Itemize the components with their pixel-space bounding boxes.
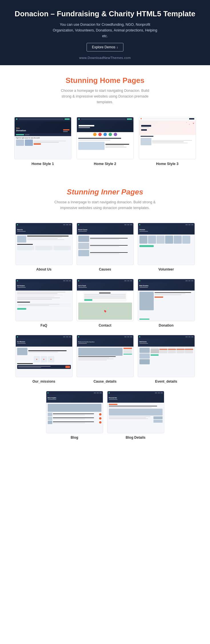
inner-section-desc: Choose a Innerpage to start navigating d… [52, 199, 158, 211]
blog-details-card[interactable]: Personal Info [107, 391, 164, 440]
hero-description: You can use Donacion for Crowdfunding, N… [51, 22, 159, 39]
our-missions-preview: Our Missions ▶ ▶ ▶ [15, 335, 73, 377]
logo-dot2 [78, 118, 80, 120]
event-details-preview: Held Events [138, 335, 195, 377]
inner-cards-row4: News Insights [0, 388, 210, 451]
home-style-1-label: Home Style 1 [31, 162, 54, 166]
volunteer-label: Volunteer [158, 267, 174, 271]
about-us-card[interactable]: About Us [15, 223, 73, 271]
inner-cards-row1: About Us [0, 220, 210, 276]
blog-preview: News Insights [46, 391, 103, 433]
home-style-1-card[interactable]: Make Donation Fight for right cause for … [14, 117, 71, 166]
cause-details-label: Cause_details [93, 379, 117, 383]
contact-preview: Get In Touch [77, 279, 134, 321]
inner-section-heading: Stunning Inner Pages [6, 188, 204, 196]
donation-card[interactable]: Make Donation Donation [138, 279, 195, 327]
donation-label: Donation [159, 323, 174, 327]
event-details-label: Event_details [155, 379, 177, 383]
causes-card[interactable]: Recent Causes [77, 223, 134, 271]
event-details-card[interactable]: Held Events [138, 335, 195, 383]
our-missions-card[interactable]: Our Missions ▶ ▶ ▶ [15, 335, 73, 383]
hero-url: www.DownloadNewThemes.com [15, 56, 195, 59]
blog-label: Blog [71, 436, 78, 440]
home-style-3-label: Home Style 3 [156, 162, 179, 166]
about-us-preview: About Us [15, 223, 73, 265]
contact-card[interactable]: Get In Touch Contact [77, 279, 134, 327]
hero-title: Donacion – Fundraising & Charity HTML5 T… [15, 9, 195, 19]
cta-btn [65, 118, 70, 120]
home-style-2-card[interactable]: Home Style 2 [77, 117, 134, 166]
volunteer-card[interactable]: Volunteer Volunteer [138, 223, 195, 271]
blog-details-label: Blog Details [126, 436, 145, 440]
home-section-desc: Choose a homepage to start navigating Do… [61, 88, 149, 105]
home-style-1-preview: Make Donation Fight for right cause for … [14, 117, 71, 159]
volunteer-preview: Volunteer [138, 223, 195, 265]
logo-dot [16, 118, 17, 120]
faq-label: FaQ [41, 323, 47, 327]
home-style-2-label: Home Style 2 [94, 162, 116, 166]
inner-cards-row2: Get Answers [0, 276, 210, 332]
cause-details-preview: Redcurrent food for homeless [77, 335, 134, 377]
donation-preview: Make Donation [138, 279, 195, 321]
cause-details-card[interactable]: Redcurrent food for homeless [77, 335, 134, 383]
causes-preview: Recent Causes [77, 223, 134, 265]
hero-section: Donacion – Fundraising & Charity HTML5 T… [0, 0, 210, 65]
explore-demos-button[interactable]: Explore Demos ↓ [87, 43, 123, 51]
home-section-heading: Stunning Home Pages [6, 76, 204, 85]
inner-pages-section: Stunning Inner Pages Choose a Innerpage … [0, 176, 210, 220]
causes-label: Causes [99, 267, 111, 271]
about-us-label: About Us [36, 267, 51, 271]
home-pages-section: Stunning Home Pages Choose a homepage to… [0, 65, 210, 114]
home-style-3-card[interactable]: Fundrise ♥ ♥ ♥ [139, 117, 196, 166]
contact-label: Contact [99, 323, 111, 327]
home-style-3-preview: Fundrise ♥ ♥ ♥ [139, 117, 196, 159]
faq-card[interactable]: Get Answers [15, 279, 73, 327]
home-cards-grid: Make Donation Fight for right cause for … [0, 114, 210, 168]
blog-card[interactable]: News Insights [46, 391, 103, 440]
blog-details-preview: Personal Info [107, 391, 164, 433]
home-style-2-preview [77, 117, 134, 159]
our-missions-label: Our_missions [32, 379, 55, 383]
nav-line [19, 119, 63, 120]
inner-cards-row3: Our Missions ▶ ▶ ▶ [0, 332, 210, 388]
faq-preview: Get Answers [15, 279, 73, 321]
